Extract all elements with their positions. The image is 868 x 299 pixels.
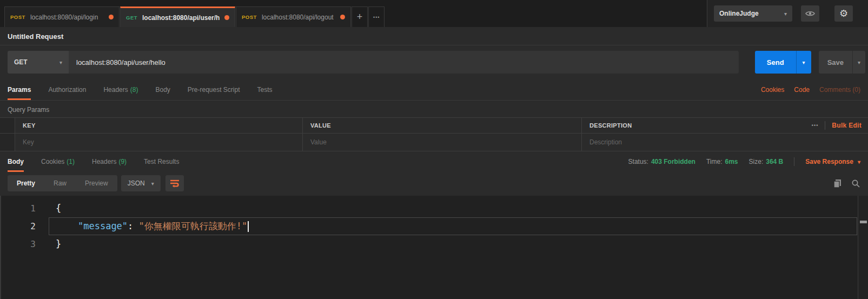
mode-label: Raw bbox=[54, 180, 67, 187]
size-label: Size: bbox=[749, 158, 764, 165]
response-body-editor[interactable]: 1 { 2 "message": "你無權限可執行該動作!" 3 } bbox=[0, 196, 868, 299]
request-tab-user-hello[interactable]: GET localhost:8080/api/user/hello bbox=[120, 6, 235, 27]
tab-headers[interactable]: Headers (8) bbox=[103, 79, 138, 100]
request-tab-logout[interactable]: POST localhost:8080/api/logout bbox=[236, 6, 351, 27]
unsaved-dot-icon bbox=[224, 15, 229, 20]
json-value: 你無權限可執行該動作! bbox=[144, 217, 242, 235]
send-options-button[interactable]: ▾ bbox=[796, 51, 811, 74]
tab-response-headers[interactable]: Headers (9) bbox=[92, 151, 127, 172]
tab-label: Params bbox=[8, 86, 31, 94]
vertical-scrollbar[interactable] bbox=[858, 196, 868, 299]
table-row: Key Value Description bbox=[0, 134, 868, 151]
tab-prerequest-script[interactable]: Pre-request Script bbox=[188, 79, 240, 100]
comments-link[interactable]: Comments (0) bbox=[819, 86, 860, 94]
url-input[interactable]: localhost:8080/api/user/hello bbox=[69, 51, 739, 74]
search-button[interactable] bbox=[851, 179, 860, 188]
status-value: 403 Forbidden bbox=[651, 158, 695, 165]
headers-count-badge: (9) bbox=[118, 158, 127, 165]
tab-options-button[interactable]: ••• bbox=[368, 6, 385, 27]
gear-icon: ⚙ bbox=[839, 9, 848, 18]
row-handle-column bbox=[0, 134, 15, 151]
json-key-quote: " bbox=[122, 217, 128, 235]
tab-response-body[interactable]: Body bbox=[8, 151, 24, 172]
tab-tests[interactable]: Tests bbox=[257, 79, 273, 100]
row-handle-column bbox=[0, 118, 15, 133]
save-response-button[interactable]: Save Response ▾ bbox=[805, 158, 860, 165]
save-button[interactable]: Save bbox=[819, 51, 852, 74]
active-line-box: "message": "你無權限可執行該動作!" bbox=[49, 217, 857, 235]
mode-label: Preview bbox=[85, 180, 108, 187]
send-button[interactable]: Send bbox=[755, 51, 796, 74]
description-field[interactable]: Description bbox=[582, 134, 868, 151]
method-select[interactable]: GET ▾ bbox=[8, 51, 69, 74]
method-label: POST bbox=[242, 14, 257, 20]
mode-label: Pretty bbox=[17, 180, 35, 187]
tab-response-cookies[interactable]: Cookies (1) bbox=[41, 151, 75, 172]
json-key: message bbox=[83, 217, 122, 235]
send-button-group: Send ▾ bbox=[755, 51, 811, 74]
bulk-edit-link[interactable]: Bulk Edit bbox=[832, 122, 862, 129]
save-button-group: Save ▾ bbox=[819, 51, 865, 74]
status-badge: Status: 403 Forbidden bbox=[628, 158, 695, 165]
tab-params[interactable]: Params bbox=[8, 79, 31, 100]
key-field[interactable]: Key bbox=[15, 134, 303, 151]
mode-preview-button[interactable]: Preview bbox=[76, 175, 117, 191]
line-number: 1 bbox=[1, 200, 49, 217]
format-value: JSON bbox=[128, 180, 145, 187]
eye-icon bbox=[805, 10, 815, 17]
size-value: 364 B bbox=[766, 158, 783, 165]
top-tab-bar: POST localhost:8080/api/login GET localh… bbox=[0, 0, 868, 27]
tab-label: Authorization bbox=[48, 86, 86, 94]
response-toolbar: Pretty Raw Preview JSON ▾ bbox=[0, 172, 868, 196]
unsaved-dot-icon bbox=[109, 15, 114, 19]
tab-label: Cookies bbox=[41, 158, 64, 165]
code-line-2: 2 "message": "你無權限可執行該動作!" bbox=[1, 217, 868, 235]
method-label: GET bbox=[126, 15, 137, 21]
value-field[interactable]: Value bbox=[303, 134, 582, 151]
cookies-link[interactable]: Cookies bbox=[761, 86, 784, 94]
tab-url: localhost:8080/api/user/hello bbox=[142, 14, 220, 22]
description-header-label: DESCRIPTION bbox=[589, 122, 632, 129]
format-select[interactable]: JSON ▾ bbox=[121, 175, 161, 191]
tab-label: Pre-request Script bbox=[188, 86, 240, 94]
tab-authorization[interactable]: Authorization bbox=[48, 79, 86, 100]
copy-button[interactable] bbox=[833, 179, 842, 188]
save-options-button[interactable]: ▾ bbox=[852, 51, 865, 74]
environment-select[interactable]: OnlineJudge ▾ bbox=[714, 5, 792, 22]
request-tab-strip: POST localhost:8080/api/login GET localh… bbox=[0, 0, 385, 27]
chevron-down-icon: ▾ bbox=[803, 59, 805, 65]
plus-icon: + bbox=[357, 11, 363, 23]
mode-pretty-button[interactable]: Pretty bbox=[8, 175, 44, 191]
code-line-3: 3 } bbox=[1, 235, 868, 253]
code-link[interactable]: Code bbox=[794, 86, 810, 94]
query-params-table: KEY VALUE DESCRIPTION ••• Bulk Edit Key … bbox=[0, 117, 868, 151]
scrollbar-thumb[interactable] bbox=[860, 221, 867, 223]
url-builder-row: GET ▾ localhost:8080/api/user/hello Send… bbox=[0, 45, 868, 79]
tab-label: Body bbox=[8, 158, 24, 165]
request-title: Untitled Request bbox=[8, 32, 63, 41]
chevron-down-icon: ▾ bbox=[151, 181, 154, 187]
tab-body[interactable]: Body bbox=[155, 79, 170, 100]
tab-test-results[interactable]: Test Results bbox=[144, 151, 179, 172]
environment-bar: OnlineJudge ▾ ⚙ bbox=[707, 0, 868, 27]
environment-quicklook-button[interactable] bbox=[801, 5, 819, 22]
table-actions: ••• Bulk Edit bbox=[812, 121, 862, 130]
request-tab-login[interactable]: POST localhost:8080/api/login bbox=[4, 6, 120, 27]
save-label: Save bbox=[827, 58, 844, 67]
mode-raw-button[interactable]: Raw bbox=[44, 175, 76, 191]
response-meta: Status: 403 Forbidden Time: 6ms Size: 36… bbox=[628, 151, 860, 172]
ellipsis-icon[interactable]: ••• bbox=[812, 123, 818, 128]
new-tab-button[interactable]: + bbox=[352, 6, 368, 27]
table-header-row: KEY VALUE DESCRIPTION ••• Bulk Edit bbox=[0, 118, 868, 134]
line-number: 2 bbox=[1, 217, 49, 235]
size-badge: Size: 364 B bbox=[749, 158, 784, 165]
request-tab-links: Cookies Code Comments (0) bbox=[761, 79, 860, 100]
response-section-header: Body Cookies (1) Headers (9) Test Result… bbox=[0, 151, 868, 172]
settings-button[interactable]: ⚙ bbox=[834, 5, 853, 22]
code-token bbox=[56, 217, 78, 235]
line-number: 3 bbox=[1, 235, 49, 253]
status-label: Status: bbox=[628, 158, 648, 165]
wrap-text-button[interactable] bbox=[165, 175, 184, 191]
send-label: Send bbox=[767, 58, 784, 67]
chevron-down-icon: ▾ bbox=[858, 159, 860, 165]
